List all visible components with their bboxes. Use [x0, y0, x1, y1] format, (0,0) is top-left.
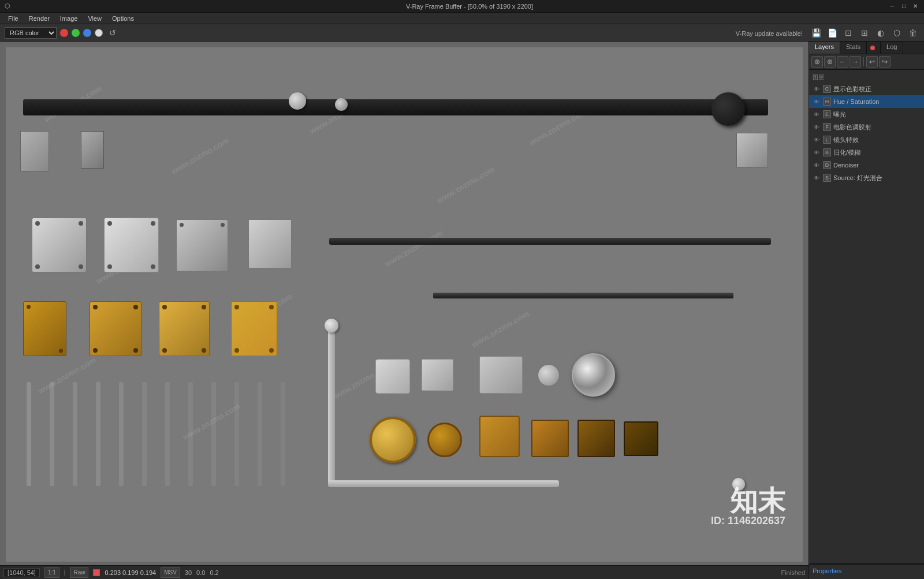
watermark-8: www.znzmo.com [37, 355, 98, 395]
hinge-silver-2 [104, 218, 159, 272]
pull-gold-sq-2 [531, 420, 569, 457]
layer-vis-7[interactable]: 👁 [813, 161, 821, 169]
glass-strip-10 [234, 382, 239, 486]
properties-section: Properties [809, 565, 924, 579]
status-dot [870, 46, 875, 50]
layer-item-blur[interactable]: 👁 B 旧化/模糊 [809, 146, 924, 159]
color-correction-icon[interactable]: ◐ [874, 27, 887, 39]
layer-vis-5[interactable]: 👁 [813, 136, 821, 144]
panel-tabs: Layers Stats Log [809, 42, 924, 54]
msv-btn[interactable]: MSV [161, 567, 180, 578]
glass-strip-11 [258, 382, 262, 486]
chrome-bar-vertical [328, 324, 335, 486]
panel-btn-undo[interactable]: ↩ [866, 56, 878, 68]
hinge-silver-4 [248, 219, 292, 268]
glass-strip-12 [281, 382, 285, 486]
layer-vis-2[interactable]: 👁 [813, 98, 821, 106]
knob-1 [289, 92, 306, 110]
bracket-right [736, 133, 768, 167]
bucket-icon[interactable]: ⬡ [891, 27, 903, 39]
minimize-button[interactable]: ─ [888, 2, 896, 10]
window-title: V-Ray Frame Buffer - [50.0% of 3190 x 22… [51, 3, 888, 10]
layer-label-7: Denoiser [833, 162, 921, 169]
tab-layers[interactable]: Layers [809, 42, 840, 54]
layer-vis-8[interactable]: 👁 [813, 174, 821, 182]
trash-icon[interactable]: 🗑 [907, 27, 919, 39]
menu-file[interactable]: File [3, 14, 23, 23]
tab-log[interactable]: Log [881, 42, 903, 54]
layer-vis-3[interactable]: 👁 [813, 110, 821, 118]
refresh-icon[interactable]: ↺ [106, 27, 119, 39]
layer-vis-1[interactable]: 👁 [813, 85, 821, 93]
zhimei-cn-text: 知末 [711, 487, 785, 515]
app-icon: ⬡ [5, 2, 51, 10]
layer-label-8: Source: 灯光混合 [833, 174, 921, 182]
menu-image[interactable]: Image [55, 14, 83, 23]
handle-bar-1 [329, 238, 771, 245]
pull-dark-sq [624, 421, 658, 456]
hinge-gold-4 [231, 301, 277, 356]
param-1: 0.0 [196, 569, 205, 576]
save-copy-icon[interactable]: 📄 [826, 27, 839, 39]
layer-item-source[interactable]: 👁 S Source: 灯光混合 [809, 171, 924, 184]
menu-view[interactable]: View [83, 14, 106, 23]
hinge-gold-3 [159, 301, 210, 356]
layer-item-color-correction[interactable]: 👁 C 显示色彩校正 [809, 83, 924, 95]
panel-btn-2[interactable]: ⊕ [824, 56, 836, 68]
red-channel-dot[interactable] [60, 29, 68, 37]
layer-icon-4: F [823, 123, 831, 131]
panel-toolbar: ⊕ ⊕ ← → ↩ ↪ [809, 54, 924, 70]
door-track-bar [23, 99, 768, 115]
layers-list: 图层 👁 C 显示色彩校正 👁 H Hue / Saturation 👁 E 曝… [809, 70, 924, 563]
zhimei-id-text: ID: 1146202637 [711, 515, 785, 527]
layer-icon-1: C [823, 85, 831, 93]
panel-btn-1[interactable]: ⊕ [811, 56, 823, 68]
panel-btn-3[interactable]: ← [837, 56, 848, 68]
zhimei-watermark: 知末 ID: 1146202637 [711, 487, 785, 527]
save-icon[interactable]: 💾 [810, 27, 822, 39]
layer-item-hue-saturation[interactable]: 👁 H Hue / Saturation [809, 95, 924, 108]
raw-btn[interactable]: Raw [70, 567, 88, 578]
status-bar: [1040, 54] 1:1 | Raw 0.203 0.199 0.194 M… [0, 565, 808, 579]
panel-btn-redo[interactable]: ↪ [879, 56, 891, 68]
color-mode-select[interactable]: RGB color Alpha Grayscale [5, 27, 57, 39]
knob-2 [335, 98, 348, 111]
panel-btn-4[interactable]: → [850, 56, 861, 68]
menu-render[interactable]: Render [24, 14, 54, 23]
layer-vis-4[interactable]: 👁 [813, 123, 821, 131]
layer-item-exposure[interactable]: 👁 E 曝光 [809, 108, 924, 121]
layer-item-lens[interactable]: 👁 L 镜头特效 [809, 133, 924, 146]
maximize-button[interactable]: □ [900, 2, 908, 10]
green-channel-dot[interactable] [72, 29, 80, 37]
layer-vis-6[interactable]: 👁 [813, 148, 821, 156]
layer-icon-8: S [823, 174, 831, 182]
menu-options[interactable]: Options [107, 14, 139, 23]
color-swatch-r [93, 569, 100, 576]
watermark-4: www.znzmo.com [435, 165, 496, 205]
handle-bar-2 [433, 293, 733, 298]
layer-group-label: 图层 [809, 71, 924, 83]
layer-icon-3: E [823, 110, 831, 118]
tab-stats[interactable]: Stats [840, 42, 867, 54]
main-layout: www.znzmo.com www.znzmo.com www.znzmo.co… [0, 42, 924, 579]
main-toolbar: RGB color Alpha Grayscale ↺ V-Ray update… [0, 24, 924, 42]
layer-item-film[interactable]: 👁 F 电影色调胶射 [809, 121, 924, 133]
close-button[interactable]: ✕ [911, 2, 919, 10]
pull-gold-sq-3 [578, 420, 615, 457]
pull-gold-round-2 [427, 423, 462, 457]
glass-strip-8 [188, 382, 193, 486]
select-region-icon[interactable]: ⊡ [842, 27, 855, 39]
layer-item-denoiser[interactable]: 👁 D Denoiser [809, 159, 924, 171]
knob-black [711, 92, 745, 126]
bar-knob-top [325, 319, 338, 333]
hinge-gold-2 [90, 301, 141, 356]
mode-btn[interactable]: 1:1 [44, 567, 59, 578]
glass-strip-6 [142, 382, 147, 486]
canvas-area[interactable]: www.znzmo.com www.znzmo.com www.znzmo.co… [0, 42, 808, 579]
crop-icon[interactable]: ⊞ [858, 27, 871, 39]
white-channel-dot[interactable] [95, 29, 103, 37]
blue-channel-dot[interactable] [83, 29, 91, 37]
layer-icon-6: B [823, 148, 831, 156]
layer-label-4: 电影色调胶射 [833, 123, 921, 132]
layer-label-5: 镜头特效 [833, 136, 921, 144]
